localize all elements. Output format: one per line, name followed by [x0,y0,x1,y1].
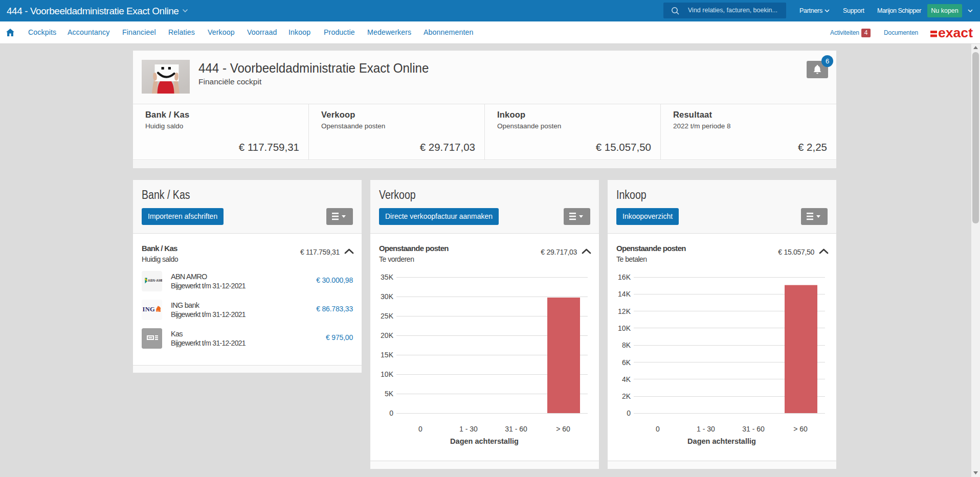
svg-text:1 - 30: 1 - 30 [459,425,478,433]
svg-text:16K: 16K [618,273,631,281]
svg-text:30K: 30K [381,292,394,301]
svg-text:35K: 35K [381,273,394,281]
svg-text:O: O [161,279,162,282]
svg-text:31 - 60: 31 - 60 [505,425,527,433]
svg-text:6K: 6K [622,358,631,367]
svg-text:ABN·AMR: ABN·AMR [148,279,162,282]
svg-text:Dagen achterstallig: Dagen achterstallig [450,437,519,445]
svg-text:0: 0 [418,425,422,433]
svg-text:4K: 4K [622,375,631,383]
svg-text:exact: exact [938,28,973,39]
svg-text:ING: ING [143,306,155,313]
svg-text:14K: 14K [618,290,631,298]
svg-text:0: 0 [389,409,393,417]
svg-text:31 - 60: 31 - 60 [742,425,765,433]
svg-text:15K: 15K [381,351,394,359]
svg-text:0: 0 [627,409,631,417]
svg-text:10K: 10K [618,324,631,332]
svg-text:2K: 2K [622,392,631,400]
svg-text:12K: 12K [618,307,631,315]
svg-text:25K: 25K [381,312,394,320]
svg-text:> 60: > 60 [793,425,808,433]
svg-text:> 60: > 60 [556,425,570,433]
svg-text:8K: 8K [622,341,631,349]
svg-text:1 - 30: 1 - 30 [697,425,715,433]
svg-text:20K: 20K [381,331,394,339]
svg-text:5K: 5K [385,390,394,398]
svg-text:Dagen achterstallig: Dagen achterstallig [687,437,756,445]
svg-text:0: 0 [656,425,660,433]
svg-text:10K: 10K [381,370,394,378]
